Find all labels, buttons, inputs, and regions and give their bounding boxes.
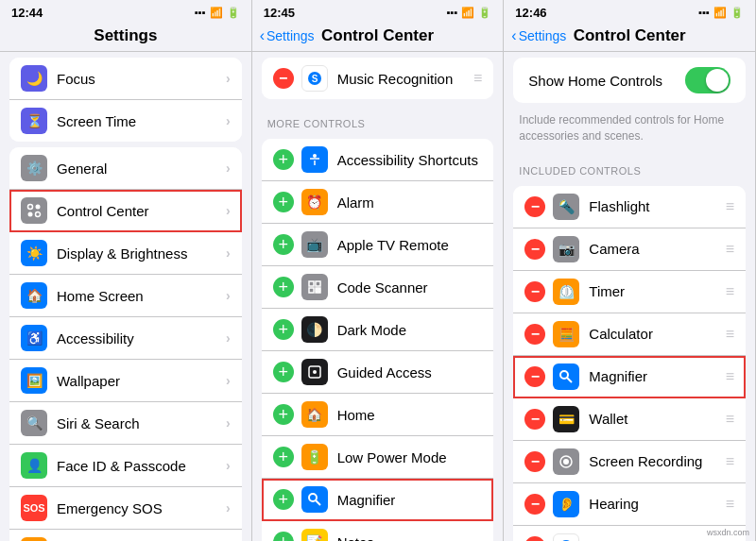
cc2-item-alarm[interactable]: + ⏰ Alarm — [262, 181, 494, 224]
show-home-toggle[interactable] — [685, 67, 730, 93]
drag-handle-camera — [726, 241, 734, 258]
cc3-item-flashlight[interactable]: − 🔦 Flashlight — [513, 186, 746, 228]
settings-item-accessibility[interactable]: ♿ Accessibility › — [9, 317, 242, 360]
svg-point-3 — [36, 212, 41, 217]
cc3-included-group: − 🔦 Flashlight − 📷 Camera − ⏲️ Timer — [513, 186, 746, 541]
settings-item-focus[interactable]: 🌙 Focus › — [9, 58, 242, 100]
sos-icon: SOS — [21, 495, 47, 521]
settings-list: 🌙 Focus › ⏳ Screen Time › ⚙️ General › — [0, 52, 251, 541]
back-button-2[interactable]: ‹ Settings — [260, 27, 315, 44]
cc2-item-accessibility[interactable]: + Accessibility Shortcuts — [262, 139, 494, 181]
minus-btn-music[interactable]: − — [273, 68, 294, 89]
display-icon: ☀️ — [21, 240, 47, 266]
cc3-item-wallet[interactable]: − 💳 Wallet — [513, 398, 746, 441]
svg-rect-14 — [318, 291, 320, 293]
calculator-icon: 🧮 — [553, 321, 579, 347]
status-bar-2: 12:45 ▪▪▪ 📶 🔋 — [252, 0, 504, 23]
guided-access-icon — [301, 359, 328, 385]
drag-handle-screenrec — [726, 453, 734, 470]
settings-item-general[interactable]: ⚙️ General › — [9, 147, 242, 190]
settings-item-screen-time[interactable]: ⏳ Screen Time › — [9, 100, 242, 142]
cc2-item-guided[interactable]: + Guided Access — [262, 351, 494, 394]
minus-btn-flashlight[interactable]: − — [524, 196, 545, 217]
exposure-icon: ✳️ — [21, 537, 47, 541]
dark-mode-icon: 🌓 — [301, 316, 328, 343]
settings-item-wallpaper[interactable]: 🖼️ Wallpaper › — [9, 360, 242, 402]
nav-bar-settings: Settings — [0, 23, 251, 52]
settings-item-control-center[interactable]: Control Center › — [9, 190, 242, 232]
plus-btn-tv[interactable]: + — [273, 234, 294, 255]
settings-title: Settings — [94, 26, 157, 45]
plus-btn-dark[interactable]: + — [273, 319, 294, 340]
cc2-included-group: − S Music Recognition — [262, 58, 494, 99]
plus-btn-lowpower[interactable]: + — [273, 447, 294, 467]
cc3-item-calculator[interactable]: − 🧮 Calculator — [513, 313, 746, 356]
time-3: 12:46 — [515, 6, 546, 20]
svg-line-18 — [316, 500, 320, 505]
cc3-item-timer[interactable]: − ⏲️ Timer — [513, 271, 746, 313]
cc3-content: Show Home Controls Include recommended c… — [504, 52, 755, 541]
panel-control-center-3: 12:46 ▪▪▪ 📶 🔋 ‹ Settings Control Center … — [504, 0, 756, 541]
plus-btn-guided[interactable]: + — [273, 362, 294, 382]
alarm-icon: ⏰ — [301, 189, 328, 215]
settings-item-siri[interactable]: 🔍 Siri & Search › — [9, 402, 242, 445]
drag-handle-timer — [726, 283, 734, 300]
svg-rect-12 — [318, 288, 320, 290]
watermark: wsxdn.com — [707, 528, 749, 537]
status-icons-1: ▪▪▪ 📶 🔋 — [195, 7, 240, 19]
cc2-item-code-scanner[interactable]: + Code Scanner — [262, 266, 494, 309]
plus-btn-home[interactable]: + — [273, 404, 294, 425]
svg-rect-8 — [309, 281, 314, 286]
plus-btn-alarm[interactable]: + — [273, 192, 294, 212]
show-home-controls-row[interactable]: Show Home Controls — [513, 58, 746, 103]
cc2-item-home[interactable]: + 🏠 Home — [262, 394, 494, 436]
svg-rect-11 — [316, 288, 318, 290]
minus-btn-timer[interactable]: − — [524, 281, 545, 302]
general-icon: ⚙️ — [21, 155, 47, 181]
status-icons-2: ▪▪▪ 📶 🔋 — [447, 7, 492, 19]
back-button-3[interactable]: ‹ Settings — [511, 27, 566, 44]
cc2-item-magnifier[interactable]: + Magnifier — [262, 479, 494, 521]
status-bar-3: 12:46 ▪▪▪ 📶 🔋 — [504, 0, 755, 23]
minus-btn-magnifier[interactable]: − — [524, 366, 545, 387]
screen-time-icon: ⏳ — [21, 108, 47, 134]
settings-item-faceid[interactable]: 👤 Face ID & Passcode › — [9, 445, 242, 487]
settings-item-sos[interactable]: SOS Emergency SOS › — [9, 487, 242, 530]
svg-rect-10 — [309, 288, 314, 293]
plus-btn-access[interactable]: + — [273, 149, 294, 170]
accessibility-shortcuts-icon — [301, 146, 328, 173]
settings-item-home-screen[interactable]: 🏠 Home Screen › — [9, 275, 242, 317]
minus-btn-wallet[interactable]: − — [524, 409, 545, 430]
code-scanner-icon — [301, 274, 328, 300]
plus-btn-code[interactable]: + — [273, 277, 294, 297]
cc3-item-screenrec[interactable]: − Screen Recording — [513, 441, 746, 483]
cc2-music-recognition[interactable]: − S Music Recognition — [262, 58, 494, 99]
magnifier-icon-2 — [301, 486, 328, 513]
svg-point-7 — [313, 154, 317, 158]
settings-group-top: 🌙 Focus › ⏳ Screen Time › — [9, 58, 242, 142]
cc2-item-darkmode[interactable]: + 🌓 Dark Mode — [262, 309, 494, 351]
cc2-item-notes[interactable]: + 📝 Notes — [262, 521, 494, 541]
settings-item-display[interactable]: ☀️ Display & Brightness › — [9, 232, 242, 275]
cc2-item-lowpower[interactable]: + 🔋 Low Power Mode — [262, 436, 494, 479]
faceid-icon: 👤 — [21, 452, 47, 479]
focus-icon: 🌙 — [21, 65, 47, 92]
cc3-item-camera[interactable]: − 📷 Camera — [513, 228, 746, 271]
cc3-item-magnifier[interactable]: − Magnifier — [513, 356, 746, 398]
plus-btn-notes[interactable]: + — [273, 532, 294, 541]
status-bar-1: 12:44 ▪▪▪ 📶 🔋 — [0, 0, 251, 23]
cc2-item-appletv[interactable]: + 📺 Apple TV Remote — [262, 224, 494, 266]
section-included-controls: INCLUDED CONTROLS — [504, 152, 755, 180]
minus-btn-screenrec[interactable]: − — [524, 451, 545, 472]
minus-btn-camera[interactable]: − — [524, 239, 545, 260]
svg-point-1 — [36, 205, 41, 210]
plus-btn-magnifier[interactable]: + — [273, 489, 294, 510]
panel-control-center-2: 12:45 ▪▪▪ 📶 🔋 ‹ Settings Control Center … — [252, 0, 505, 541]
settings-item-exposure[interactable]: ✳️ Exposure Notifications › — [9, 530, 242, 541]
svg-rect-13 — [316, 291, 318, 293]
cc3-item-hearing[interactable]: − 👂 Hearing — [513, 483, 746, 526]
minus-btn-music-rec[interactable]: − — [524, 536, 545, 541]
cc2-more-group: + Accessibility Shortcuts + ⏰ Alarm + 📺 — [262, 139, 494, 541]
minus-btn-calculator[interactable]: − — [524, 324, 545, 345]
minus-btn-hearing[interactable]: − — [524, 494, 545, 515]
